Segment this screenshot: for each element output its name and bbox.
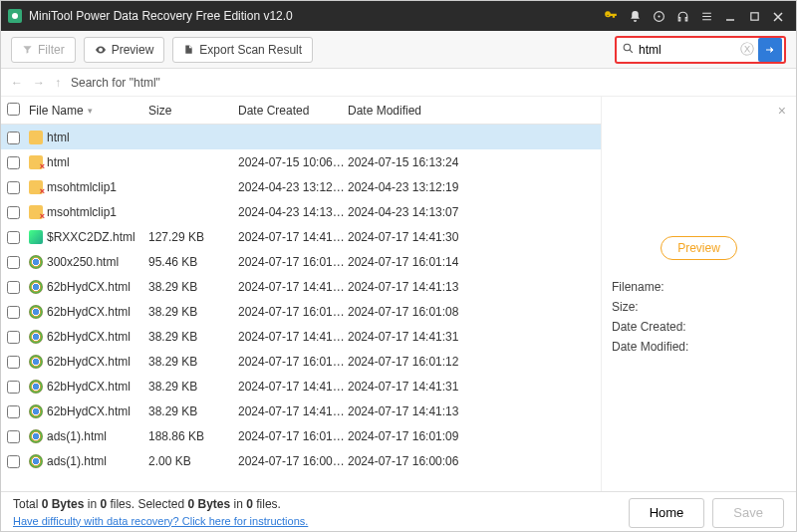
key-icon[interactable] — [599, 9, 623, 24]
date-created-cell: 2024-07-17 16:01:… — [238, 429, 348, 443]
table-row[interactable]: 300x250.html95.46 KB2024-07-17 16:01:…20… — [1, 249, 601, 274]
file-name-cell: html — [47, 155, 148, 169]
nav-row: ← → ↑ Search for "html" — [1, 69, 796, 97]
column-header-row: File Name ▾ Size Date Created Date Modif… — [1, 97, 601, 125]
col-date-created[interactable]: Date Created — [238, 104, 348, 118]
table-row[interactable]: 62bHydCX.html38.29 KB2024-07-17 14:41:11… — [1, 274, 601, 299]
export-button[interactable]: Export Scan Result — [172, 37, 313, 63]
close-preview-icon[interactable]: × — [778, 103, 786, 119]
col-date-modified[interactable]: Date Modified — [348, 104, 601, 118]
table-row[interactable]: 62bHydCX.html38.29 KB2024-07-17 16:01:11… — [1, 349, 601, 374]
select-all-checkbox[interactable] — [7, 103, 20, 116]
titlebar: MiniTool Power Data Recovery Free Editio… — [1, 1, 796, 31]
date-created-cell: 2024-07-17 16:01:… — [238, 305, 348, 319]
file-type-icon — [29, 155, 47, 169]
row-checkbox[interactable] — [7, 231, 20, 244]
menu-icon[interactable] — [694, 9, 718, 23]
table-row[interactable]: html2024-07-15 10:06:…2024-07-15 16:13:2… — [1, 149, 601, 174]
preview-label: Preview — [112, 43, 154, 57]
row-checkbox[interactable] — [7, 331, 20, 344]
row-checkbox[interactable] — [7, 356, 20, 369]
table-row[interactable]: 62bHydCX.html38.29 KB2024-07-17 16:01:…2… — [1, 299, 601, 324]
row-checkbox[interactable] — [7, 381, 20, 394]
nav-up-icon[interactable]: ↑ — [55, 76, 61, 90]
table-row[interactable]: 62bHydCX.html38.29 KB2024-07-17 14:41:…2… — [1, 374, 601, 399]
window-title: MiniTool Power Data Recovery Free Editio… — [29, 9, 599, 23]
table-row[interactable]: 62bHydCX.html38.29 KB2024-07-17 14:41:…2… — [1, 324, 601, 349]
file-name-cell: 62bHydCX.html — [47, 404, 148, 418]
file-name-cell: $RXXC2DZ.html — [47, 230, 148, 244]
row-checkbox[interactable] — [7, 132, 20, 144]
nav-forward-icon[interactable]: → — [33, 76, 45, 90]
search-input[interactable] — [639, 43, 738, 57]
maximize-icon[interactable] — [742, 9, 766, 23]
file-type-icon — [29, 131, 47, 144]
file-list-panel: File Name ▾ Size Date Created Date Modif… — [1, 97, 602, 491]
row-checkbox[interactable] — [7, 405, 20, 418]
date-created-cell: 2024-07-17 14:41:11 — [238, 404, 348, 418]
file-type-icon — [29, 180, 47, 194]
date-created-cell: 2024-07-17 14:41:… — [238, 330, 348, 344]
file-name-cell: msohtmlclip1 — [47, 205, 148, 219]
row-checkbox[interactable] — [7, 181, 20, 194]
headphones-icon[interactable] — [670, 9, 694, 23]
file-name-cell: html — [47, 131, 148, 144]
row-checkbox[interactable] — [7, 156, 20, 169]
preview-button[interactable]: Preview — [84, 37, 165, 63]
help-link[interactable]: Have difficulty with data recovery? Clic… — [13, 515, 308, 527]
search-submit-button[interactable] — [758, 38, 782, 62]
date-modified-cell: 2024-04-23 13:12:19 — [348, 180, 601, 194]
file-size-cell: 38.29 KB — [148, 404, 238, 418]
file-type-icon — [29, 305, 47, 319]
nav-back-icon[interactable]: ← — [11, 76, 23, 90]
row-checkbox[interactable] — [7, 455, 20, 468]
col-size[interactable]: Size — [148, 104, 238, 118]
file-type-icon — [29, 355, 47, 369]
svg-point-3 — [658, 16, 660, 18]
preview-panel: × Preview Filename: Size: Date Created: … — [602, 97, 796, 491]
table-row[interactable]: msohtmlclip12024-04-23 14:13:…2024-04-23… — [1, 199, 601, 224]
date-created-cell: 2024-07-17 14:41:… — [238, 230, 348, 244]
file-size-cell: 127.29 KB — [148, 230, 238, 244]
date-modified-cell: 2024-07-15 16:13:24 — [348, 155, 601, 169]
table-row[interactable]: $RXXC2DZ.html127.29 KB2024-07-17 14:41:…… — [1, 224, 601, 249]
date-modified-cell: 2024-07-17 14:41:30 — [348, 230, 601, 244]
preview-date-created-label: Date Created: — [612, 320, 786, 334]
clear-search-icon[interactable]: ⓧ — [738, 41, 756, 59]
file-type-icon — [29, 280, 47, 294]
export-label: Export Scan Result — [199, 43, 302, 57]
date-modified-cell: 2024-07-17 14:41:31 — [348, 380, 601, 394]
file-size-cell: 95.46 KB — [148, 255, 238, 269]
col-filename[interactable]: File Name ▾ — [29, 104, 148, 118]
row-checkbox[interactable] — [7, 206, 20, 219]
date-modified-cell: 2024-07-17 16:00:06 — [348, 454, 601, 468]
date-created-cell: 2024-07-17 16:01:… — [238, 255, 348, 269]
date-modified-cell: 2024-07-17 14:41:13 — [348, 404, 601, 418]
row-checkbox[interactable] — [7, 281, 20, 294]
date-modified-cell: 2024-07-17 16:01:12 — [348, 355, 601, 369]
file-size-cell: 188.86 KB — [148, 429, 238, 443]
file-type-icon — [29, 454, 47, 468]
table-row[interactable]: ads(1).html2.00 KB2024-07-17 16:00:…2024… — [1, 448, 601, 473]
preview-file-button[interactable]: Preview — [661, 236, 737, 260]
table-row[interactable]: html — [1, 125, 601, 149]
date-modified-cell: 2024-07-17 16:01:09 — [348, 429, 601, 443]
filter-button[interactable]: Filter — [11, 37, 76, 63]
disc-icon[interactable] — [647, 9, 670, 23]
table-row[interactable]: 62bHydCX.html38.29 KB2024-07-17 14:41:11… — [1, 399, 601, 423]
row-checkbox[interactable] — [7, 306, 20, 319]
row-checkbox[interactable] — [7, 430, 20, 443]
file-name-cell: 62bHydCX.html — [47, 280, 148, 294]
file-name-cell: ads(1).html — [47, 454, 148, 468]
table-row[interactable]: msohtmlclip12024-04-23 13:12:…2024-04-23… — [1, 174, 601, 199]
bell-icon[interactable] — [623, 9, 647, 23]
file-name-cell: 62bHydCX.html — [47, 355, 148, 369]
file-type-icon — [29, 330, 47, 344]
save-button[interactable]: Save — [712, 498, 784, 528]
home-button[interactable]: Home — [629, 498, 705, 528]
row-checkbox[interactable] — [7, 256, 20, 269]
minimize-icon[interactable] — [718, 9, 742, 23]
file-list[interactable]: htmlhtml2024-07-15 10:06:…2024-07-15 16:… — [1, 125, 601, 491]
table-row[interactable]: ads(1).html188.86 KB2024-07-17 16:01:…20… — [1, 423, 601, 448]
close-icon[interactable] — [766, 9, 790, 23]
